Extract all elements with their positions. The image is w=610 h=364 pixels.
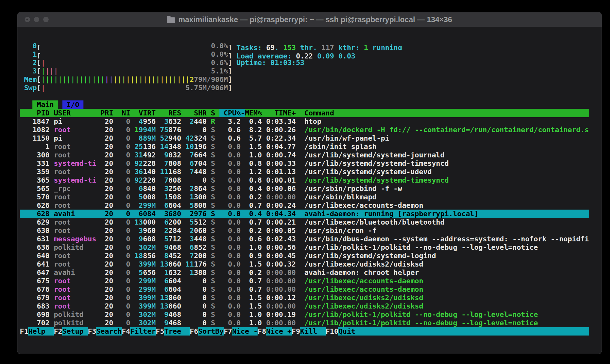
process-row-1150[interactable]: 1150 pi 20 0 889M 52940 42324 S 0.6 5.70…: [20, 134, 589, 142]
cell-sp3: [113, 277, 117, 285]
fnkey-f4[interactable]: F4: [122, 327, 130, 336]
column-header-s[interactable]: S: [211, 109, 215, 117]
process-row-683[interactable]: 683 root 20 0 399M 13860 0 S 0.0 1.50:00…: [20, 302, 589, 310]
fnlabel-nice-[interactable]: Nice +: [266, 327, 292, 336]
cell-text: 0:00.32: [266, 260, 296, 268]
process-row-365[interactable]: 365 systemd-ti 20 0 92228 7808 0 S 0.0 0…: [20, 176, 589, 184]
process-row-331[interactable]: 331 systemd-ti 20 0 92228 7808 6704 S 0.…: [20, 159, 589, 168]
cell-text: 228: [143, 176, 156, 184]
cell-sp9: [296, 176, 304, 184]
cell-text: 348: [168, 142, 181, 151]
process-row-1847[interactable]: 1847 pi 20 0 4956 3632 2440 R 3.2 0.40:0…: [20, 117, 589, 126]
fnlabel-sortby[interactable]: SortBy: [198, 327, 224, 336]
cell-text: [300, 117, 304, 126]
fnlabel-search[interactable]: Search: [96, 327, 122, 336]
zoom-button[interactable]: [43, 17, 49, 22]
fnkey-f8[interactable]: F8: [258, 327, 266, 336]
process-row-631[interactable]: 631 messagebus 20 0 9608 5712 3448 S 0.0…: [20, 235, 589, 243]
process-row-647[interactable]: 647 avahi 20 0 5656 1632 1388 S 0.0 0.20…: [20, 268, 589, 277]
window-titlebar[interactable]: maximiliankaske — pi@raspberrypi: ~ — ss…: [17, 12, 602, 27]
process-row-702[interactable]: 702 polkitd 20 0 302M 9468 0 S 0.0 1.00:…: [20, 319, 589, 327]
fnkey-f1[interactable]: F1: [20, 327, 28, 336]
process-row-300[interactable]: 300 root 20 0 31492 9032 7664 S 0.0 1.00…: [20, 151, 589, 159]
cell-text: 5: [164, 235, 168, 243]
column-header-shr[interactable]: SHR: [186, 109, 207, 117]
cell-text: [181, 184, 186, 193]
fnlabel-nice-[interactable]: Nice -: [232, 327, 258, 336]
fnlabel-help[interactable]: Help: [28, 327, 54, 336]
cell-text: /usr/sbin/blkmapd: [304, 193, 377, 201]
column-header-pid[interactable]: PID: [20, 109, 50, 117]
tab-main[interactable]: Main: [32, 100, 58, 109]
fnlabel-setup[interactable]: Setup: [62, 327, 88, 336]
load-text: 0.22: [296, 52, 317, 58]
cell-sp7: [207, 210, 211, 218]
cell-text: 976: [194, 210, 207, 218]
fnkey-f10[interactable]: F10: [326, 327, 338, 336]
cell-text: 388: [194, 268, 207, 277]
cell-text: [130, 260, 134, 268]
cell-sp6: [181, 319, 186, 327]
cell-text: 676: [37, 285, 50, 294]
column-header-dash[interactable]: -: [241, 109, 245, 117]
column-header-user[interactable]: USER: [54, 109, 96, 117]
close-button[interactable]: [25, 17, 30, 22]
cell-sp9: [296, 252, 304, 260]
fnkey-f6[interactable]: F6: [190, 327, 198, 336]
cell-text: [241, 285, 245, 294]
header-spacer: [207, 109, 211, 117]
process-row-698[interactable]: 698 polkitd 20 0 302M 9468 0 S 0.0 1.00:…: [20, 310, 589, 319]
fnlabel-kill[interactable]: Kill: [300, 327, 326, 336]
process-row-359[interactable]: 359 root 20 0 36140 11168 7448 S 0.0 1.2…: [20, 168, 589, 176]
fnlabel-filter[interactable]: Filter: [130, 327, 156, 336]
process-row-630[interactable]: 630 root 20 0 3960 2284 2060 S 0.0 0.20:…: [20, 226, 589, 235]
fnkey-f3[interactable]: F3: [88, 327, 96, 336]
cell-text: 0.9: [249, 252, 262, 260]
cell-sp6: [181, 159, 186, 168]
tab-io[interactable]: I/O: [62, 100, 84, 109]
cell-cpu: 0.0: [219, 176, 241, 184]
process-row-629[interactable]: 629 root 20 0 13000 6200 5512 S 0.0 0.70…: [20, 218, 589, 226]
column-header-cpu[interactable]: CPU%: [219, 109, 241, 117]
column-header-cmd[interactable]: Command: [304, 109, 334, 117]
cell-sp3: [113, 319, 117, 327]
fnlabel-quit[interactable]: Quit: [338, 327, 364, 336]
process-row-565[interactable]: 565 _rpc 20 0 6840 3256 2864 S 0.0 0.40:…: [20, 184, 589, 193]
process-row-675[interactable]: 675 root 20 0 299M 6604 0 S 0.0 0.70:00.…: [20, 277, 589, 285]
cell-text: S: [211, 126, 215, 134]
process-row-570[interactable]: 570 root 20 0 5008 1508 1300 S 0.0 0.20:…: [20, 193, 589, 201]
cell-text: [207, 193, 211, 201]
process-row-636[interactable]: 636 polkitd 20 0 302M 9468 6852 S 0.0 1.…: [20, 243, 589, 252]
process-row-1[interactable]: 1 root 20 0 25136 14348 10196 S 0.0 1.50…: [20, 142, 589, 151]
column-header-res[interactable]: RES: [160, 109, 181, 117]
fnlabel-tree[interactable]: Tree: [164, 327, 190, 336]
cell-text: 0: [126, 268, 130, 277]
process-row-641[interactable]: 641 root 20 0 399M 13860 11176 S 0.0 1.5…: [20, 260, 589, 268]
process-row-640[interactable]: 640 root 20 0 18856 8452 7200 S 0.0 0.90…: [20, 252, 589, 260]
cell-text: [130, 176, 134, 184]
column-header-ni[interactable]: NI: [117, 109, 130, 117]
column-header-time[interactable]: TIME+: [262, 109, 296, 117]
minimize-button[interactable]: [34, 17, 39, 22]
fnkey-f5[interactable]: F5: [156, 327, 164, 336]
cell-text: [241, 126, 245, 134]
process-row-1082[interactable]: 1082 root 20 0 1994M 75876 0 S 0.6 8.20:…: [20, 126, 589, 134]
column-header-pri[interactable]: PRI: [101, 109, 113, 117]
fnkey-f2[interactable]: F2: [54, 327, 62, 336]
fnkey-f7[interactable]: F7: [224, 327, 232, 336]
process-row-679[interactable]: 679 root 20 0 399M 13860 0 S 0.0 1.50:00…: [20, 294, 589, 302]
fnkey-f9[interactable]: F9: [292, 327, 300, 336]
cell-text: [156, 310, 160, 319]
process-row-626[interactable]: 626 root 20 0 299M 6604 5808 S 0.0 0.70:…: [20, 201, 589, 210]
cell-ni: 0: [117, 117, 130, 126]
htop-terminal[interactable]: 0[0.0%] Tasks: 69, 153 thr, 117 kthr; 1 …: [17, 27, 602, 354]
cell-text: 302M: [139, 310, 156, 319]
column-header-virt[interactable]: VIRT: [134, 109, 156, 117]
cell-text: [156, 235, 160, 243]
cell-sp3: [113, 134, 117, 142]
column-header-mem[interactable]: MEM%: [245, 109, 262, 117]
cell-sp9: [296, 277, 304, 285]
cell-text: [300, 252, 304, 260]
process-row-628[interactable]: 628 avahi 20 0 6084 3680 2976 S 0.0 0.40…: [20, 210, 589, 218]
process-row-676[interactable]: 676 root 20 0 299M 6604 0 S 0.0 0.70:00.…: [20, 285, 589, 294]
